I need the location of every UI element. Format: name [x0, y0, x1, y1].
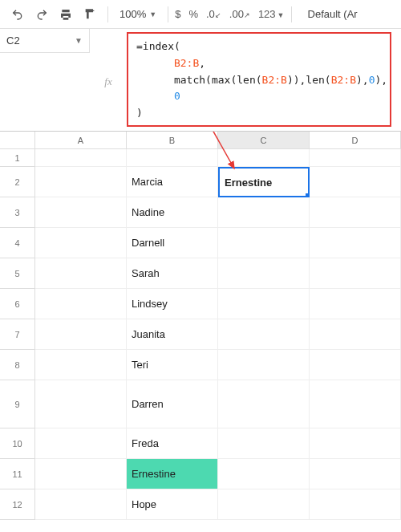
- cell-B12[interactable]: Hope: [127, 489, 218, 520]
- row-header[interactable]: 1: [0, 149, 35, 167]
- cell-C3[interactable]: [218, 197, 310, 228]
- fill-handle[interactable]: [306, 193, 310, 197]
- col-header-a[interactable]: A: [35, 132, 127, 148]
- cell-D7[interactable]: [310, 319, 401, 350]
- zoom-select[interactable]: 100% ▼: [115, 8, 161, 20]
- formula-bar[interactable]: =index( B2:B, match(max(len(B2:B)),len(B…: [127, 32, 391, 127]
- cell-B9[interactable]: Darren: [127, 380, 218, 428]
- cell-B11[interactable]: Ernestine: [127, 459, 218, 489]
- cell-D10[interactable]: [310, 428, 401, 459]
- cell-D11[interactable]: [310, 459, 401, 489]
- cell-C6[interactable]: [218, 289, 310, 319]
- table-row: 6Lindsey: [0, 289, 401, 319]
- cell-A6[interactable]: [35, 289, 127, 319]
- number-format-group: $ % .0↙ .00↗ 123▼: [175, 8, 284, 20]
- row-header[interactable]: 10: [0, 428, 35, 459]
- chevron-down-icon: ▼: [149, 10, 156, 18]
- table-row: 3Nadine: [0, 197, 401, 228]
- col-header-b[interactable]: B: [127, 132, 218, 148]
- cell-A7[interactable]: [35, 319, 127, 350]
- table-row: 4Darnell: [0, 228, 401, 258]
- cell-C9[interactable]: [218, 380, 310, 428]
- cell-C4[interactable]: [218, 228, 310, 258]
- cell-C7[interactable]: [218, 319, 310, 350]
- table-row: 5Sarah: [0, 258, 401, 289]
- row-header[interactable]: 8: [0, 350, 35, 380]
- cell-D5[interactable]: [310, 258, 401, 289]
- col-header-c[interactable]: C: [218, 132, 310, 148]
- cell-D8[interactable]: [310, 350, 401, 380]
- currency-button[interactable]: $: [175, 8, 180, 20]
- row-header[interactable]: 12: [0, 489, 35, 520]
- cell-A2[interactable]: [35, 167, 127, 197]
- cell-A8[interactable]: [35, 350, 127, 380]
- toolbar: 100% ▼ $ % .0↙ .00↗ 123▼ Default (Ar: [0, 0, 401, 29]
- cell-A4[interactable]: [35, 228, 127, 258]
- cell-D6[interactable]: [310, 289, 401, 319]
- row-header[interactable]: 11: [0, 459, 35, 489]
- row-header[interactable]: 7: [0, 319, 35, 350]
- cell-A11[interactable]: [35, 459, 127, 489]
- cell-B8[interactable]: Teri: [127, 350, 218, 380]
- cell-A1[interactable]: [35, 149, 127, 167]
- cell-C12[interactable]: [218, 489, 310, 520]
- table-row: 11Ernestine: [0, 459, 401, 489]
- cell-A3[interactable]: [35, 197, 127, 228]
- cell-A5[interactable]: [35, 258, 127, 289]
- cell-B6[interactable]: Lindsey: [127, 289, 218, 319]
- percent-button[interactable]: %: [188, 8, 198, 20]
- font-select[interactable]: Default (Ar: [308, 8, 358, 20]
- cell-D4[interactable]: [310, 228, 401, 258]
- paint-format-button[interactable]: [79, 3, 101, 26]
- name-box[interactable]: C2 ▼: [0, 29, 90, 53]
- cell-B4[interactable]: Darnell: [127, 228, 218, 258]
- row-header[interactable]: 6: [0, 289, 35, 319]
- cell-B3[interactable]: Nadine: [127, 197, 218, 228]
- cell-D1[interactable]: [310, 149, 401, 167]
- cell-D3[interactable]: [310, 197, 401, 228]
- separator: [168, 6, 168, 22]
- chevron-down-icon: ▼: [75, 36, 83, 45]
- col-header-d[interactable]: D: [310, 132, 401, 148]
- row-header[interactable]: 4: [0, 228, 35, 258]
- table-row: 12Hope: [0, 489, 401, 520]
- cell-B10[interactable]: Freda: [127, 428, 218, 459]
- table-row: 8Teri: [0, 350, 401, 380]
- cell-B1[interactable]: [127, 149, 218, 167]
- cell-C8[interactable]: [218, 350, 310, 380]
- cell-C11[interactable]: [218, 459, 310, 489]
- row-header[interactable]: 5: [0, 258, 35, 289]
- table-row: 1: [0, 149, 401, 167]
- cell-C10[interactable]: [218, 428, 310, 459]
- row-header[interactable]: 3: [0, 197, 35, 228]
- more-formats-button[interactable]: 123▼: [258, 8, 285, 20]
- zoom-value: 100%: [119, 8, 146, 20]
- cell-C2[interactable]: Ernestine: [218, 167, 310, 197]
- cell-D9[interactable]: [310, 380, 401, 428]
- separator: [291, 6, 292, 22]
- cell-B5[interactable]: Sarah: [127, 258, 218, 289]
- cell-C5[interactable]: [218, 258, 310, 289]
- cell-D12[interactable]: [310, 489, 401, 520]
- row-header[interactable]: 9: [0, 380, 35, 428]
- table-row: 2MarciaErnestine: [0, 167, 401, 197]
- spreadsheet-grid: A B C D 12MarciaErnestine3Nadine4Darnell…: [0, 132, 401, 520]
- increase-decimal-button[interactable]: .00↗: [229, 8, 250, 20]
- row-header[interactable]: 2: [0, 167, 35, 197]
- table-row: 7Juanita: [0, 319, 401, 350]
- select-all-corner[interactable]: [0, 132, 35, 148]
- table-row: 10Freda: [0, 428, 401, 459]
- cell-A9[interactable]: [35, 380, 127, 428]
- print-button[interactable]: [55, 3, 77, 26]
- cell-B2[interactable]: Marcia: [127, 167, 218, 197]
- cell-A12[interactable]: [35, 489, 127, 520]
- cell-D2[interactable]: [310, 167, 401, 197]
- cell-C1[interactable]: [218, 149, 310, 167]
- cell-A10[interactable]: [35, 428, 127, 459]
- column-headers: A B C D: [0, 132, 401, 149]
- cell-B7[interactable]: Juanita: [127, 319, 218, 350]
- undo-button[interactable]: [6, 3, 29, 26]
- name-box-value: C2: [6, 35, 20, 47]
- redo-button[interactable]: [30, 3, 53, 26]
- decrease-decimal-button[interactable]: .0↙: [206, 8, 221, 20]
